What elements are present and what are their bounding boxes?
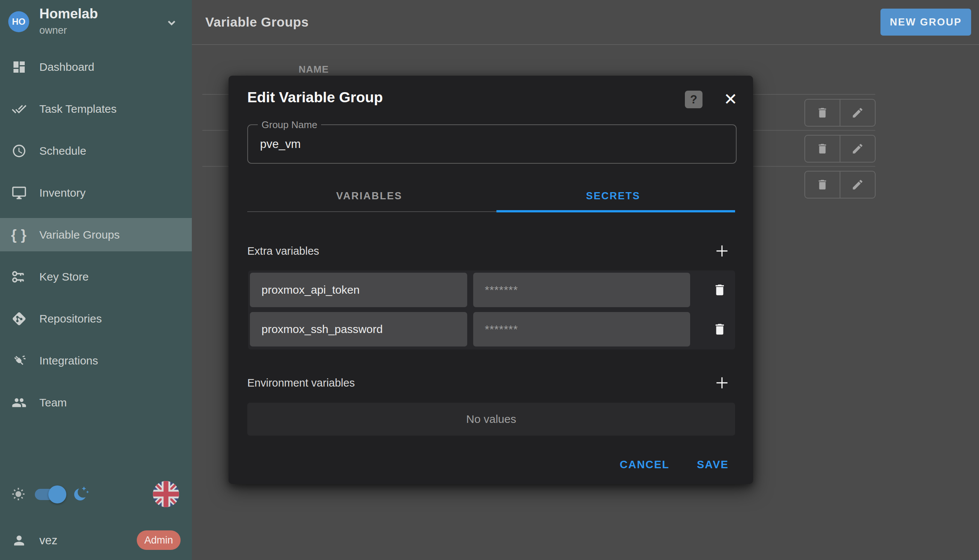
monitor-icon	[12, 185, 27, 200]
tab-variables[interactable]: VARIABLES	[247, 180, 491, 211]
sidebar: HO Homelab owner Dashboard Task Template…	[0, 0, 192, 560]
group-name-field[interactable]: Group Name pve_vm	[247, 124, 737, 164]
theme-row	[0, 482, 192, 506]
help-button[interactable]: ?	[685, 91, 702, 108]
add-environment-variable-button[interactable]	[714, 375, 730, 391]
project-name: Homelab	[39, 6, 98, 22]
project-role: owner	[39, 25, 67, 36]
save-button[interactable]: SAVE	[688, 455, 738, 474]
sidebar-item-variable-groups[interactable]: { } Variable Groups	[0, 218, 192, 251]
group-name-value: pve_vm	[260, 125, 301, 163]
no-values-panel: No values	[247, 403, 735, 436]
sidebar-item-task-templates[interactable]: Task Templates	[0, 92, 192, 125]
page-header: Variable Groups NEW GROUP	[192, 0, 979, 45]
chevron-down-icon	[164, 15, 179, 30]
braces-icon: { }	[12, 227, 27, 242]
sidebar-item-inventory[interactable]: Inventory	[0, 176, 192, 209]
delete-button[interactable]	[805, 100, 841, 126]
admin-badge: Admin	[137, 530, 180, 550]
edit-button[interactable]	[841, 172, 875, 198]
secret-name-input[interactable]: proxmox_ssh_password	[250, 312, 467, 347]
person-icon	[12, 533, 27, 548]
secret-name-input[interactable]: proxmox_api_token	[250, 273, 467, 307]
sidebar-item-schedule[interactable]: Schedule	[0, 134, 192, 167]
plug-icon	[12, 353, 27, 368]
sidebar-item-team[interactable]: Team	[0, 386, 192, 419]
page-title: Variable Groups	[205, 0, 309, 44]
delete-secret-button[interactable]	[705, 312, 735, 347]
new-group-button[interactable]: NEW GROUP	[881, 8, 971, 36]
secret-rows-panel: proxmox_api_token ******* proxmox_ssh_pa…	[248, 270, 735, 350]
sidebar-item-repositories[interactable]: Repositories	[0, 302, 192, 335]
tab-active-indicator	[497, 210, 735, 212]
username: vez	[39, 530, 57, 552]
edit-button[interactable]	[841, 136, 875, 162]
environment-variables-label: Environment variables	[247, 377, 355, 389]
dark-mode-toggle[interactable]	[35, 489, 64, 500]
tab-secrets[interactable]: SECRETS	[491, 180, 735, 211]
secret-value-input[interactable]: *******	[473, 273, 690, 307]
project-avatar: HO	[8, 11, 29, 32]
secret-value-input[interactable]: *******	[473, 312, 690, 347]
sun-icon	[10, 486, 26, 502]
sidebar-item-dashboard[interactable]: Dashboard	[0, 50, 192, 83]
sidebar-item-integrations[interactable]: Integrations	[0, 344, 192, 377]
edit-variable-group-dialog: Edit Variable Group ? ✕ Group Name pve_v…	[228, 76, 753, 484]
cancel-button[interactable]: CANCEL	[611, 455, 679, 474]
uk-flag-icon[interactable]	[153, 481, 179, 507]
project-switcher[interactable]: HO Homelab owner	[0, 0, 192, 45]
sidebar-item-key-store[interactable]: Key Store	[0, 260, 192, 293]
toggle-knob	[48, 485, 66, 503]
clock-icon	[12, 143, 27, 158]
delete-button[interactable]	[805, 136, 841, 162]
add-extra-variable-button[interactable]	[714, 243, 730, 259]
double-check-icon	[12, 102, 27, 117]
table-row-actions	[804, 99, 876, 127]
keys-icon	[12, 269, 27, 284]
moon-icon	[72, 485, 90, 503]
dialog-title: Edit Variable Group	[247, 89, 383, 106]
edit-button[interactable]	[841, 100, 875, 126]
delete-button[interactable]	[805, 172, 841, 198]
git-icon	[12, 311, 27, 326]
people-icon	[12, 395, 27, 410]
table-row-actions	[804, 135, 876, 163]
dashboard-icon	[12, 60, 27, 75]
table-column-name: NAME	[299, 64, 329, 75]
tab-track	[247, 211, 497, 212]
delete-secret-button[interactable]	[705, 273, 735, 307]
sidebar-nav: Dashboard Task Templates Schedule Invent…	[0, 50, 192, 428]
extra-variables-label: Extra variables	[247, 245, 319, 257]
user-row[interactable]: vez Admin	[0, 530, 192, 552]
app-root: HO Homelab owner Dashboard Task Template…	[0, 0, 979, 560]
table-row-actions	[804, 171, 876, 198]
close-icon[interactable]: ✕	[720, 88, 741, 109]
dialog-tabs: VARIABLES SECRETS	[247, 180, 735, 213]
